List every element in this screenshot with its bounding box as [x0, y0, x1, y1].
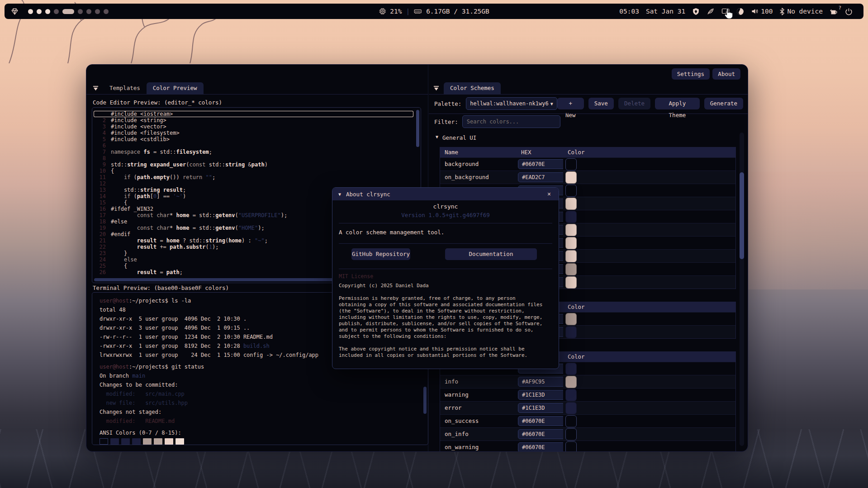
tab-templates[interactable]: Templates: [103, 82, 147, 94]
filter-funnel-icon[interactable]: [93, 85, 99, 91]
hex-input[interactable]: #1C1E3D: [518, 403, 563, 413]
volume-level: 100: [761, 8, 773, 15]
color-swatch[interactable]: [565, 326, 577, 338]
app-version: Version 1.0.5+git.g4697f69: [339, 212, 552, 218]
workspace-dot[interactable]: [86, 9, 91, 14]
color-swatch[interactable]: [565, 224, 577, 236]
code-line: 10{: [92, 168, 413, 174]
toolbar-button-generate[interactable]: Generate: [704, 98, 743, 109]
code-line: 2#include <string>: [92, 117, 413, 123]
column-header: Color: [563, 147, 735, 157]
ansi-swatch: [132, 438, 141, 445]
color-swatch[interactable]: [565, 313, 577, 325]
bluetooth-icon[interactable]: [779, 8, 785, 15]
color-swatch[interactable]: [565, 237, 577, 249]
color-swatch[interactable]: [565, 428, 577, 441]
color-row: warning#1C1E3D: [440, 388, 735, 401]
color-row: error#1C1E3D: [440, 401, 735, 414]
ansi-swatch: [143, 438, 152, 445]
code-line: #include <iostream>: [94, 111, 413, 117]
section-header[interactable]: ▼General UI: [440, 134, 736, 147]
color-name: on_warning: [440, 441, 517, 452]
workspace-dot[interactable]: [37, 9, 42, 14]
hex-input[interactable]: #EAD2C7: [518, 172, 563, 182]
tab-color-preview[interactable]: Color Preview: [147, 82, 204, 94]
color-swatch[interactable]: [565, 441, 577, 452]
clock: 05:03: [619, 8, 639, 15]
divider: [429, 114, 748, 114]
color-swatch[interactable]: [565, 415, 577, 427]
bluetooth-status: No device: [787, 8, 823, 15]
tab-color-schemes[interactable]: Color Schemes: [444, 82, 501, 94]
toolbar-button-new[interactable]: + New: [557, 98, 584, 109]
color-swatch[interactable]: [565, 276, 577, 289]
palette-label: Palette:: [434, 100, 461, 107]
color-swatch[interactable]: [565, 211, 577, 223]
color-name: on_success: [440, 415, 517, 427]
terminal-line: On branch main: [100, 371, 428, 380]
nightlight-icon[interactable]: [736, 8, 744, 15]
workspace-dot[interactable]: [54, 9, 59, 14]
github-repository-button[interactable]: GitHub Repository: [351, 248, 410, 260]
color-row: on_info#06070E: [440, 427, 735, 441]
workspace-dot[interactable]: [95, 9, 100, 14]
terminal-scrollbar[interactable]: [423, 387, 427, 414]
color-name: error: [440, 402, 517, 414]
color-swatch[interactable]: [565, 389, 577, 401]
shield-icon[interactable]: [692, 8, 700, 15]
workspace-dot[interactable]: [62, 9, 74, 14]
workspace-dot[interactable]: [78, 9, 83, 14]
documentation-button[interactable]: Documentation: [445, 248, 537, 260]
left-tab-bar: Templates Color Preview: [86, 82, 428, 95]
search-colors-input[interactable]: [462, 115, 560, 128]
app-description: A color scheme management tool.: [339, 229, 552, 236]
hex-input[interactable]: #06070E: [518, 442, 563, 452]
ansi-swatch: [165, 438, 173, 445]
code-line: 9std::string expand_user(const std::stri…: [92, 161, 413, 168]
hex-input[interactable]: #06070E: [518, 416, 563, 426]
code-line: 11 if (path.empty()) return "";: [92, 174, 413, 180]
hex-input[interactable]: #06070E: [518, 429, 563, 439]
hex-input[interactable]: #06070E: [518, 159, 563, 169]
terminal-line: Changes to be committed:: [100, 380, 428, 389]
code-line: 5#include <cstdlib>: [92, 136, 413, 142]
gem-logo-icon[interactable]: [11, 8, 19, 15]
divider: [339, 243, 552, 244]
workspaces: [28, 9, 109, 14]
palette-buttons: + NewSaveDeleteApply ThemeGenerate: [557, 98, 743, 109]
color-swatch[interactable]: [565, 158, 577, 171]
workspace-dot[interactable]: [28, 9, 33, 14]
color-row: background#06070E: [440, 157, 735, 171]
device-battery-unknown-icon[interactable]: ?: [830, 8, 838, 15]
color-row: info#AF9C95: [440, 375, 735, 388]
terminal-heading: Terminal Preview: (base00-base0F colors): [93, 284, 229, 291]
color-swatch[interactable]: [565, 263, 577, 275]
color-swatch[interactable]: [565, 250, 577, 262]
separator: |: [406, 8, 410, 15]
color-swatch[interactable]: [565, 363, 577, 375]
workspace-dot[interactable]: [45, 9, 50, 14]
leaf-icon[interactable]: [707, 8, 715, 15]
scrollbar-thumb[interactable]: [740, 172, 744, 259]
palette-dropdown[interactable]: hellwal:wallhaven-nk1wy6 ▼: [466, 97, 557, 110]
dialog-title-bar[interactable]: ▼ About clrsync ✕: [332, 188, 559, 200]
toolbar-button-delete[interactable]: Delete: [618, 98, 650, 109]
chevron-down-icon: ▼: [550, 101, 553, 106]
toolbar-button-save[interactable]: Save: [588, 98, 614, 109]
palette-toolbar: Palette: hellwal:wallhaven-nk1wy6 ▼ + Ne…: [429, 97, 748, 110]
hex-input[interactable]: #1C1E3D: [518, 390, 563, 400]
color-swatch[interactable]: [565, 171, 577, 184]
color-swatch[interactable]: [565, 198, 577, 210]
close-icon[interactable]: ✕: [545, 190, 553, 198]
color-swatch[interactable]: [565, 185, 577, 197]
color-row: on_warning#06070E: [440, 441, 735, 452]
code-vertical-scrollbar[interactable]: [416, 110, 419, 147]
hex-input[interactable]: #AF9C95: [518, 377, 563, 387]
workspace-dot[interactable]: [104, 9, 109, 14]
color-swatch[interactable]: [565, 376, 577, 388]
toolbar-button-apply-theme[interactable]: Apply Theme: [655, 98, 700, 109]
volume-icon[interactable]: [751, 8, 759, 15]
power-icon[interactable]: [845, 8, 853, 15]
filter-funnel-icon[interactable]: [433, 85, 439, 91]
color-swatch[interactable]: [565, 402, 577, 414]
